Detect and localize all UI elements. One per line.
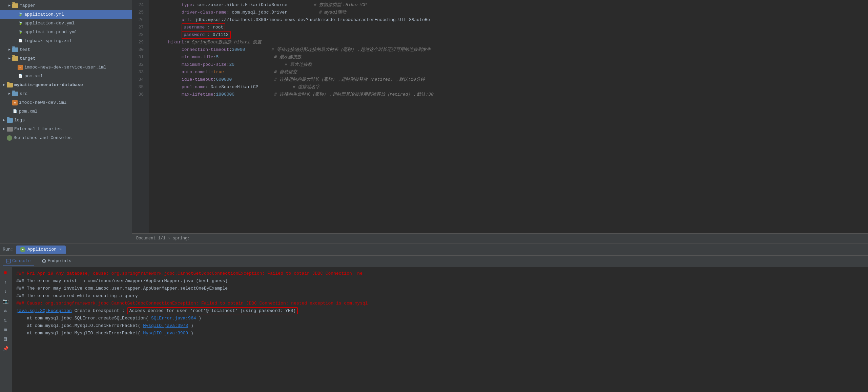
val-url: : jdbc:mysql://localhost:3306/imooc-news… [189, 16, 430, 24]
key-idle-timeout: idle-timeout [182, 76, 213, 83]
comment-32: # 最大连接数 [234, 61, 312, 68]
sidebar-item-mapper[interactable]: ▶ mapper [0, 1, 132, 10]
tree-arrow-mybatis: ▶ [1, 81, 7, 89]
camera-button[interactable]: 📷 [1, 297, 9, 305]
code-content: type : com.zaxxer.hikari.HikariDataSourc… [149, 0, 868, 233]
sidebar-item-iml-2[interactable]: m imooc-news-dev.iml [0, 98, 132, 107]
sidebar-item-application-dev-yml[interactable]: 🍃 application-dev.yml [0, 19, 132, 28]
comment-25: # mysql驱动 [287, 9, 346, 16]
sidebar-label-test: test [20, 46, 30, 54]
key-driver: driver-class-name [182, 9, 227, 16]
sep-30: : [229, 46, 232, 54]
val-idle-timeout: 600000 [216, 76, 232, 83]
sidebar-label-pom-1: pom.xml [24, 73, 43, 80]
console-line-8: at com.mysql.jdbc.MysqlIO.checkErrorPack… [16, 330, 864, 337]
editor-scroll: 24 25 26 27 28 29 30 31 32 33 34 35 36 [132, 0, 868, 233]
sidebar-item-src[interactable]: ▶ src [0, 90, 132, 98]
sidebar-item-scratches[interactable]: Scratches and Consoles [0, 134, 132, 142]
code-line-35: pool-name : DateSourceHikariCP # 连接池名字 [154, 83, 868, 91]
access-denied-highlight: Access denied for user 'root'@'localhost… [127, 307, 298, 314]
code-line-25: driver-class-name : com.mysql.jdbc.Drive… [154, 9, 868, 16]
mysqlio-link-1[interactable]: MysqlIO.java:3973 [143, 323, 188, 328]
sidebar: ▶ mapper 🍃 application.yml 🍃 application… [0, 0, 132, 243]
sidebar-item-mybatis[interactable]: ▶ mybatis-generator-database [0, 81, 132, 90]
sidebar-item-logs[interactable]: ▶ logs [0, 116, 132, 125]
line-num-29: 29 [132, 39, 146, 46]
xml-icon-2: 📄 [18, 74, 23, 79]
stacktrace-2-suffix: ) [191, 323, 193, 328]
tree-arrow-logs: ▶ [1, 117, 7, 124]
leaf-icon [7, 135, 12, 141]
sql-exception-link[interactable]: java.sql.SQLException [16, 308, 72, 313]
run-tab-application[interactable]: ▶ Application × [16, 246, 66, 254]
tree-spacer-5 [12, 64, 18, 71]
stacktrace-3-prefix: at com.mysql.jdbc.MysqlIO.checkErrorPack… [16, 331, 141, 336]
code-line-24: type : com.zaxxer.hikari.HikariDataSourc… [154, 1, 868, 9]
top-area: ▶ mapper 🍃 application.yml 🍃 application… [0, 0, 868, 243]
sidebar-item-application-yml[interactable]: 🍃 application.yml [0, 10, 132, 19]
comment-30: # 等待连接池分配连接的最大时长（毫秒），超过这个时长还没可用的连接则发生 [245, 46, 431, 54]
sidebar-label-iml-1: imooc-news-dev-service-user.iml [24, 64, 106, 71]
tree-spacer-8 [7, 108, 12, 115]
sidebar-item-application-prod-yml[interactable]: 🍃 application-prod.yml [0, 28, 132, 37]
pin-button[interactable]: 📌 [1, 345, 9, 353]
sidebar-item-ext-libs[interactable]: ▶ External Libraries [0, 125, 132, 134]
grid-button[interactable]: ⊞ [1, 326, 9, 334]
sidebar-item-pom-1[interactable]: 📄 pom.xml [0, 72, 132, 81]
comment-36: # 连接的生命时长（毫秒），超时而且没被使用则被释放（retired），默认:3… [234, 91, 434, 98]
sqlerror-link[interactable]: SQLError.java:964 [151, 316, 196, 321]
folder-icon-logs [7, 118, 13, 123]
sep-32: : [227, 61, 229, 68]
sep-29: : [184, 39, 187, 46]
val-password: 071112 [213, 32, 229, 37]
sidebar-item-target[interactable]: ▶ target [0, 54, 132, 63]
comment-35: # 连接池名字 [258, 83, 320, 91]
scroll-up-button[interactable]: ↑ [1, 278, 9, 286]
console-line-5: java.sql.SQLException Create breakpoint … [16, 307, 864, 315]
val-auto-commit: true [213, 68, 224, 76]
tree-arrow-test: ▶ [7, 46, 12, 54]
code-line-30: connection-timeout : 30000 # 等待连接池分配连接的最… [154, 46, 868, 54]
sidebar-item-iml-1[interactable]: m imooc-news-dev-service-user.iml [0, 63, 132, 72]
main-container: ▶ mapper 🍃 application.yml 🍃 application… [0, 0, 868, 392]
line-num-31: 31 [132, 54, 146, 61]
tab-console[interactable]: >_ Console [3, 257, 34, 266]
stacktrace-3-suffix: ) [191, 331, 193, 336]
sidebar-label-target: target [20, 55, 36, 62]
console-panel: ■ ↑ ↓ 📷 ♻ ⇅ ⊞ 🗑 📌 ### Fri Apr 19 Any dat… [0, 267, 868, 392]
sep-27: : [207, 25, 213, 30]
stop-button[interactable]: ■ [1, 269, 9, 277]
mysqlio-link-2[interactable]: MysqlIO.java:3900 [143, 331, 188, 336]
sidebar-item-logback[interactable]: 📄 logback-spring.xml [0, 37, 132, 45]
sort-button[interactable]: ⇅ [1, 316, 9, 324]
val-username: root [213, 25, 223, 30]
sidebar-label-application-yml: application.yml [24, 11, 64, 18]
highlight-box-28: password : 071112 [182, 31, 231, 39]
endpoints-tab-label: Endpoints [48, 258, 71, 263]
highlight-box-27: username : root [182, 23, 225, 32]
folder-icon-mybatis [7, 83, 13, 87]
sidebar-item-test[interactable]: ▶ test [0, 45, 132, 54]
val-conn-timeout: 30000 [232, 46, 245, 54]
sidebar-item-pom-2[interactable]: 📄 pom.xml [0, 107, 132, 116]
tab-endpoints[interactable]: Endpoints [38, 257, 75, 266]
iml-icon-1: m [18, 65, 23, 70]
code-line-33: auto-commit : true # 自动提交 [154, 68, 868, 76]
tree-spacer-4 [12, 37, 18, 45]
run-tab-close-button[interactable]: × [59, 247, 62, 252]
console-line-0: ### Fri Apr 19 Any database; cause: org.… [16, 270, 864, 277]
recycle-button[interactable]: ♻ [1, 307, 9, 315]
scroll-down-button[interactable]: ↓ [1, 288, 9, 296]
sidebar-label-mapper: mapper [20, 2, 36, 9]
delete-button[interactable]: 🗑 [1, 335, 9, 343]
code-line-29: hikari : # SpringBoot数据源 hikari 设置 [154, 39, 868, 46]
bottom-panel: Run: ▶ Application × >_ Console [0, 243, 868, 392]
sidebar-label-pom-2: pom.xml [19, 108, 38, 115]
key-max-pool: maximum-pool-size [182, 61, 227, 68]
yaml-icon-2: 🍃 [18, 21, 23, 26]
tree-spacer-9 [1, 134, 7, 142]
console-toolbar: >_ Console Endpoints [0, 256, 868, 267]
line-num-35: 35 [132, 83, 146, 91]
console-icon: >_ [6, 259, 11, 263]
val-type: : com.zaxxer.hikari.HikariDataSource [192, 1, 287, 9]
